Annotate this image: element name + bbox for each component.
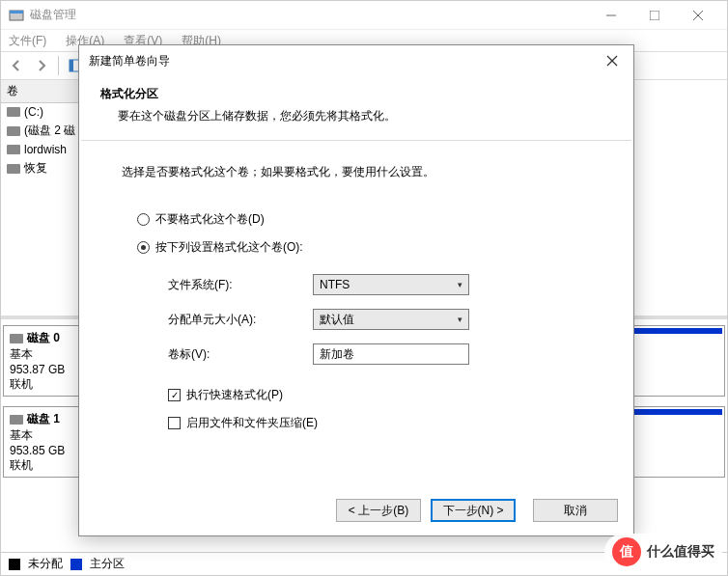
- button-label: < 上一步(B): [349, 503, 408, 519]
- app-icon: [9, 8, 24, 23]
- wizard-heading: 格式化分区: [100, 86, 612, 102]
- back-button[interactable]: [5, 54, 28, 77]
- radio-label: 不要格式化这个卷(D): [155, 211, 265, 228]
- wizard-body: 选择是否要格式化这个卷；如果要格式化，要使用什么设置。 不要格式化这个卷(D) …: [79, 141, 633, 485]
- combo-value: NTFS: [320, 278, 350, 291]
- volume-label-input[interactable]: 新加卷: [313, 343, 469, 365]
- wizard-titlebar: 新建简单卷向导: [79, 45, 633, 76]
- minimize-button[interactable]: [589, 1, 632, 30]
- close-button[interactable]: [676, 1, 719, 30]
- input-value: 新加卷: [320, 347, 354, 361]
- allocation-combo[interactable]: 默认值 ▾: [313, 309, 469, 330]
- window-title: 磁盘管理: [30, 7, 589, 23]
- volume-label: (磁盘 2 磁: [24, 123, 75, 139]
- allocation-row: 分配单元大小(A): 默认值 ▾: [118, 302, 595, 337]
- checkbox-icon: [168, 389, 181, 401]
- radio-no-format[interactable]: 不要格式化这个卷(D): [118, 206, 595, 233]
- wizard-intro: 选择是否要格式化这个卷；如果要格式化，要使用什么设置。: [118, 164, 595, 180]
- menu-file[interactable]: 文件(F): [5, 31, 50, 51]
- volume-icon: [7, 107, 20, 117]
- wizard-subheading: 要在这个磁盘分区上储存数据，您必须先将其格式化。: [100, 108, 612, 124]
- filesystem-label: 文件系统(F):: [168, 277, 313, 293]
- volume-icon: [7, 145, 20, 154]
- volume-icon: [7, 126, 20, 136]
- compression-checkbox[interactable]: 启用文件和文件夹压缩(E): [118, 409, 595, 437]
- radio-icon: [137, 213, 150, 226]
- window-controls: [589, 1, 719, 30]
- svg-rect-3: [650, 11, 659, 20]
- chevron-down-icon: ▾: [458, 315, 462, 324]
- close-icon[interactable]: [601, 49, 624, 72]
- svg-rect-7: [70, 60, 73, 71]
- legend-swatch-primary: [70, 559, 82, 570]
- watermark-badge: 值: [612, 537, 641, 566]
- checkbox-icon: [168, 417, 181, 429]
- disk-icon: [10, 334, 23, 343]
- maximize-button[interactable]: [632, 1, 676, 30]
- checkbox-label: 执行快速格式化(P): [186, 387, 283, 403]
- button-label: 下一步(N) >: [443, 503, 504, 519]
- volume-label: (C:): [24, 105, 43, 119]
- back-button[interactable]: < 上一步(B): [336, 499, 421, 522]
- wizard-header: 格式化分区 要在这个磁盘分区上储存数据，您必须先将其格式化。: [79, 76, 633, 140]
- disk-name: 磁盘 0: [27, 330, 60, 346]
- toolbar-separator: [58, 56, 59, 75]
- checkbox-label: 启用文件和文件夹压缩(E): [186, 415, 318, 431]
- button-label: 取消: [564, 503, 587, 519]
- wizard-title: 新建简单卷向导: [89, 53, 601, 69]
- titlebar: 磁盘管理: [1, 1, 727, 30]
- volume-label: 恢复: [24, 160, 47, 177]
- chevron-down-icon: ▾: [458, 280, 462, 289]
- volume-label-label: 卷标(V):: [168, 346, 313, 363]
- svg-rect-1: [10, 11, 23, 14]
- radio-format[interactable]: 按下列设置格式化这个卷(O):: [118, 233, 595, 261]
- watermark: 值 什么值得买: [604, 534, 722, 570]
- radio-label: 按下列设置格式化这个卷(O):: [155, 239, 303, 256]
- next-button[interactable]: 下一步(N) >: [431, 499, 516, 522]
- filesystem-row: 文件系统(F): NTFS ▾: [118, 267, 595, 302]
- legend-swatch-unallocated: [9, 559, 20, 570]
- combo-value: 默认值: [320, 312, 354, 328]
- volume-label-row: 卷标(V): 新加卷: [118, 337, 595, 371]
- allocation-label: 分配单元大小(A):: [168, 312, 313, 328]
- watermark-text: 什么值得买: [647, 543, 714, 561]
- volume-icon: [7, 164, 20, 174]
- volume-label: lordwish: [24, 143, 67, 156]
- cancel-button[interactable]: 取消: [533, 499, 618, 522]
- new-simple-volume-wizard: 新建简单卷向导 格式化分区 要在这个磁盘分区上储存数据，您必须先将其格式化。 选…: [78, 44, 634, 536]
- wizard-footer: < 上一步(B) 下一步(N) > 取消: [79, 485, 633, 535]
- disk-icon: [10, 415, 23, 425]
- forward-button[interactable]: [30, 54, 53, 77]
- quick-format-checkbox[interactable]: 执行快速格式化(P): [118, 381, 595, 409]
- legend-label: 未分配: [28, 556, 63, 572]
- disk-name: 磁盘 1: [27, 411, 60, 427]
- legend-label: 主分区: [90, 556, 125, 572]
- radio-icon: [137, 241, 150, 254]
- filesystem-combo[interactable]: NTFS ▾: [313, 274, 469, 295]
